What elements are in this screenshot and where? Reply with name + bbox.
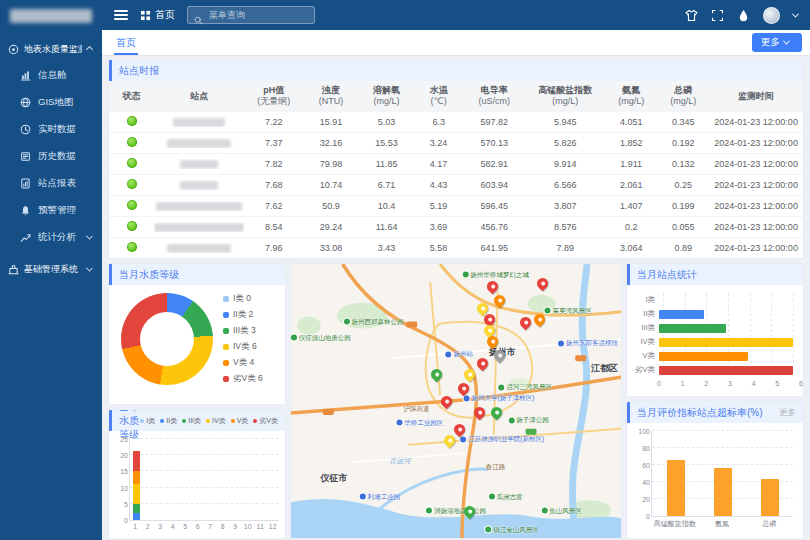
legend-item[interactable]: I类 0 bbox=[223, 293, 263, 305]
sidebar-item-label: 预警管理 bbox=[38, 204, 96, 217]
hbar-row: V类 bbox=[633, 349, 793, 363]
value-cell: 4.17 bbox=[414, 159, 463, 169]
sidebar-item-label: 信息舱 bbox=[38, 69, 96, 82]
legend-label: 劣V类 bbox=[259, 416, 278, 426]
menu-search bbox=[187, 6, 315, 24]
category-label: V类 bbox=[633, 351, 659, 361]
legend-item[interactable]: II类 bbox=[160, 416, 177, 426]
water-drop-icon[interactable] bbox=[737, 9, 750, 22]
user-avatar[interactable] bbox=[763, 7, 780, 24]
value-cell: 1.911 bbox=[605, 159, 657, 169]
sidebar-item-station-report[interactable]: 站点报表 bbox=[0, 170, 102, 197]
sidebar-item-statistics-analysis[interactable]: 统计分析 bbox=[0, 224, 102, 251]
poi-dot-icon bbox=[545, 308, 551, 314]
status-cell bbox=[109, 242, 154, 254]
more-button[interactable]: 更多 bbox=[752, 33, 802, 52]
map-label-text: 扬州华侨城梦幻之城 bbox=[470, 270, 529, 279]
y-tick-label: 60 bbox=[632, 462, 650, 469]
value-cell: 4.43 bbox=[414, 180, 463, 190]
y-tick-label: 20 bbox=[114, 452, 128, 459]
y-tick-label: 20 bbox=[632, 496, 650, 503]
table-row[interactable]: 7.6810.746.714.43603.946.5662.0610.25202… bbox=[109, 175, 803, 196]
bar bbox=[714, 468, 732, 516]
status-dot-online bbox=[127, 137, 137, 147]
sidebar-item-history-data[interactable]: 历史数据 bbox=[0, 143, 102, 170]
user-menu-chevron-icon[interactable] bbox=[792, 10, 799, 17]
value-cell: 7.96 bbox=[244, 243, 303, 253]
legend-color-dot bbox=[160, 419, 164, 423]
poi-dot-icon bbox=[489, 494, 495, 500]
legend-item[interactable]: 劣V类 bbox=[253, 416, 278, 426]
fullscreen-icon[interactable] bbox=[711, 9, 724, 22]
column-header: 总磷(mg/L) bbox=[657, 85, 709, 108]
category-label: 高锰酸盐指数 bbox=[651, 519, 698, 529]
exceed-rate-more-link[interactable]: 更多 bbox=[779, 407, 796, 419]
legend-item[interactable]: V类 4 bbox=[223, 357, 263, 369]
theme-skin-icon[interactable] bbox=[685, 9, 698, 22]
sidebar-item-info-hub[interactable]: 信息舱 bbox=[0, 62, 102, 89]
status-cell bbox=[109, 158, 154, 170]
value-cell: 5.945 bbox=[525, 117, 605, 127]
legend-label: III类 bbox=[188, 416, 201, 426]
value-cell: 2024-01-23 12:00:00 bbox=[709, 222, 803, 232]
value-cell: 32.16 bbox=[303, 138, 359, 148]
x-tick-label: 12 bbox=[267, 523, 280, 530]
value-cell: 33.08 bbox=[303, 243, 359, 253]
poi-label-scenic: 运河三湾风景区 bbox=[499, 383, 553, 392]
legend-item[interactable]: III类 3 bbox=[223, 325, 263, 337]
poi-label-scenic: 扬子津公园 bbox=[508, 416, 549, 425]
sidebar-item-realtime-data[interactable]: 实时数据 bbox=[0, 116, 102, 143]
station-name-redacted bbox=[154, 223, 244, 232]
map-label-text: 利通工业园 bbox=[368, 492, 401, 501]
station-name-redacted bbox=[180, 181, 218, 190]
value-cell: 79.98 bbox=[303, 159, 359, 169]
chevron-down-icon bbox=[86, 233, 93, 240]
legend-color-dot bbox=[223, 312, 229, 318]
sidebar-group-base-management[interactable]: 基础管理系统 bbox=[0, 257, 102, 282]
legend-item[interactable]: IV类 bbox=[206, 416, 226, 426]
bar bbox=[659, 338, 793, 347]
sidebar-item-alert-management[interactable]: 预警管理 bbox=[0, 197, 102, 224]
status-dot-online bbox=[127, 116, 137, 126]
table-row[interactable]: 7.3732.1615.533.24570.135.8261.8520.1922… bbox=[109, 133, 803, 154]
sidebar-item-label: 站点报表 bbox=[38, 177, 96, 190]
month-quality-panel: 当月水质等级 I类 0II类 2III类 3IV类 6V类 4劣V类 6 bbox=[108, 263, 286, 405]
map-label-text: 华侨工业园区 bbox=[404, 418, 443, 427]
legend-item[interactable]: IV类 6 bbox=[223, 341, 263, 353]
year-quality-panel: 全年水质等级 I类II类III类IV类V类劣V类 0510152025 1234… bbox=[108, 409, 286, 539]
legend-label: III类 3 bbox=[233, 325, 256, 337]
table-row[interactable]: 7.9633.083.435.58641.957.893.0640.892024… bbox=[109, 238, 803, 258]
hamburger-menu-icon[interactable] bbox=[114, 10, 128, 20]
value-cell: 603.94 bbox=[463, 180, 525, 190]
tab-home[interactable]: 首页 bbox=[110, 30, 142, 55]
legend-item[interactable]: I类 bbox=[140, 416, 155, 426]
station-map[interactable]: 扬州市仪征市江都区扬州西郊森林公园仪征捺山地质公园扬州华侨城梦幻之城茱萸湾风景区… bbox=[290, 263, 622, 539]
x-tick-label: 9 bbox=[229, 523, 242, 530]
table-row[interactable]: 8.5429.2411.643.69456.768.5760.20.055202… bbox=[109, 217, 803, 238]
bar-segment-劣V类 bbox=[133, 451, 140, 471]
hbar-row: I类 bbox=[633, 293, 793, 307]
month-column bbox=[130, 439, 142, 520]
legend-item[interactable]: III类 bbox=[182, 416, 201, 426]
x-tick-label: 8 bbox=[217, 523, 230, 530]
sidebar: 地表水质量监测系统 信息舱GIS地图实时数据历史数据站点报表预警管理统计分析 基… bbox=[0, 0, 102, 540]
legend-item[interactable]: II类 2 bbox=[223, 309, 263, 321]
search-input[interactable] bbox=[207, 9, 308, 21]
table-row[interactable]: 7.2215.915.036.3597.825.9454.0510.345202… bbox=[109, 112, 803, 133]
table-row[interactable]: 7.6250.910.45.19596.453.8071.4070.199202… bbox=[109, 196, 803, 217]
breadcrumb-home[interactable]: 首页 bbox=[140, 8, 175, 22]
legend-item[interactable]: 劣V类 6 bbox=[223, 373, 263, 385]
column-header: 浊度(NTU) bbox=[303, 85, 359, 108]
value-cell: 6.71 bbox=[359, 180, 415, 190]
category-label: 总磷 bbox=[746, 519, 793, 529]
bar-track bbox=[659, 296, 793, 305]
sidebar-item-gis-map[interactable]: GIS地图 bbox=[0, 89, 102, 116]
value-cell: 0.199 bbox=[657, 201, 709, 211]
legend-item[interactable]: V类 bbox=[231, 416, 249, 426]
table-row[interactable]: 7.8279.9811.854.17582.919.9141.9110.1322… bbox=[109, 154, 803, 175]
legend-label: II类 bbox=[166, 416, 177, 426]
sidebar-group-surface-water-system[interactable]: 地表水质量监测系统 bbox=[0, 37, 102, 62]
right-chart-column: 当月站点统计 I类II类III类IV类V类劣V类 0123456 当月评价指标站… bbox=[626, 263, 804, 539]
status-cell bbox=[109, 179, 154, 191]
value-cell: 5.03 bbox=[359, 117, 415, 127]
